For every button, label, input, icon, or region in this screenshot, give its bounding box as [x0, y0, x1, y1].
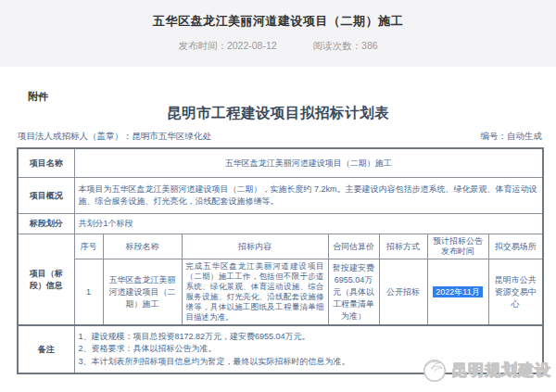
publish-time: 发布时间：2022-08-12: [178, 40, 276, 51]
project-name-value: 五华区盘龙江美丽河道建设项目（二期）施工: [74, 148, 543, 178]
col-header-bid-content: 招标内容: [182, 234, 328, 259]
announcement-meta: 发布时间：2022-08-12 阅读次数：386: [0, 40, 556, 53]
table-info-line: 项目法人或招标人（盖章）：昆明市五华区绿化处 编号：自动生成: [18, 131, 542, 143]
attachment-label: 附件: [28, 90, 48, 104]
row-label-overview: 项目概况: [18, 178, 74, 214]
remark-line-1: 1、建设规模：项目总投资8172.82万元，建安费6955.04万元。: [79, 331, 539, 344]
cell-announce-time: 2022年11月: [427, 259, 488, 326]
table-row: 项目名称 五华区盘龙江美丽河道建设项目（二期）施工: [18, 148, 543, 178]
row-label-division: 标段划分: [18, 214, 74, 234]
col-header-contract-estimate: 合同估算价: [328, 234, 379, 259]
read-count-value: 386: [361, 40, 378, 51]
overview-value: 本项目为五华区盘龙江美丽河道建设项目（二期），实施长度约 7.2km。主要建设内…: [74, 178, 543, 214]
bid-plan-table: 项目名称 五华区盘龙江美丽河道建设项目（二期）施工 项目概况 本项目为五华区盘龙…: [17, 147, 544, 374]
cell-contract-estimate: 暂按建安费6955.04万元（具体以工程量清单为准）: [328, 259, 379, 326]
col-header-bid-method: 招标方式: [379, 234, 427, 259]
table-row: 项目概况 本项目为五华区盘龙江美丽河道建设项目（二期），实施长度约 7.2km。…: [18, 178, 543, 214]
row-label-remarks: 备注: [18, 325, 74, 373]
watermark-logo-icon: [421, 356, 449, 384]
selected-announce-time: 2022年11月: [433, 286, 482, 297]
remark-line-2: 2、资格要求：具体以招标公告为准。: [79, 343, 539, 356]
division-value: 共划分1个标段: [74, 214, 543, 234]
watermark-text: 昆明规划建设: [451, 360, 551, 381]
cell-seq: 1: [74, 259, 103, 326]
table-header-row: 项目（标段）信息 序号 标段名称 招标内容 合同估算价 招标方式 预计招标公告发…: [18, 234, 543, 259]
serial-number: 编号：自动生成: [481, 131, 543, 143]
cell-section-name: 五华区盘龙江美丽河道建设项目（二期）施工: [103, 259, 182, 326]
cell-bid-content: 完成五华区盘龙江美丽河道建设项目（二期）施工工作，包括但不限于步道系统、绿化景观…: [182, 259, 328, 326]
publish-time-label: 发布时间：: [178, 40, 227, 51]
doc-title: 昆明市工程建设项目拟招标计划表: [0, 104, 556, 123]
legal-person-line: 项目法人或招标人（盖章）：昆明市五华区绿化处: [18, 131, 211, 143]
table-row: 标段划分 共划分1个标段: [18, 214, 543, 234]
announcement-title: 五华区盘龙江美丽河道建设项目（二期）施工: [0, 13, 556, 30]
col-header-section-name: 标段名称: [103, 234, 182, 259]
announcement-header: 五华区盘龙江美丽河道建设项目（二期）施工 发布时间：2022-08-12 阅读次…: [0, 0, 556, 67]
row-label-section-info: 项目（标段）信息: [18, 234, 74, 326]
cell-trade-place: 昆明市公共资源交易中心: [488, 259, 543, 326]
cell-bid-method: 公开招标: [379, 259, 427, 326]
read-count: 阅读次数：386: [313, 40, 378, 51]
read-count-label: 阅读次数：: [313, 40, 362, 51]
kunming-planning-watermark: 昆明规划建设: [421, 356, 551, 384]
col-header-seq: 序号: [74, 234, 103, 259]
publish-time-value: 2022-08-12: [227, 40, 277, 51]
page: 五华区盘龙江美丽河道建设项目（二期）施工 发布时间：2022-08-12 阅读次…: [0, 0, 556, 392]
col-header-trade-place: 拟交易场所: [488, 234, 543, 259]
col-header-announce-time: 预计招标公告发布时间: [427, 234, 488, 259]
section-data-row: 1 五华区盘龙江美丽河道建设项目（二期）施工 完成五华区盘龙江美丽河道建设项目（…: [18, 259, 543, 326]
row-label-project-name: 项目名称: [18, 148, 74, 178]
